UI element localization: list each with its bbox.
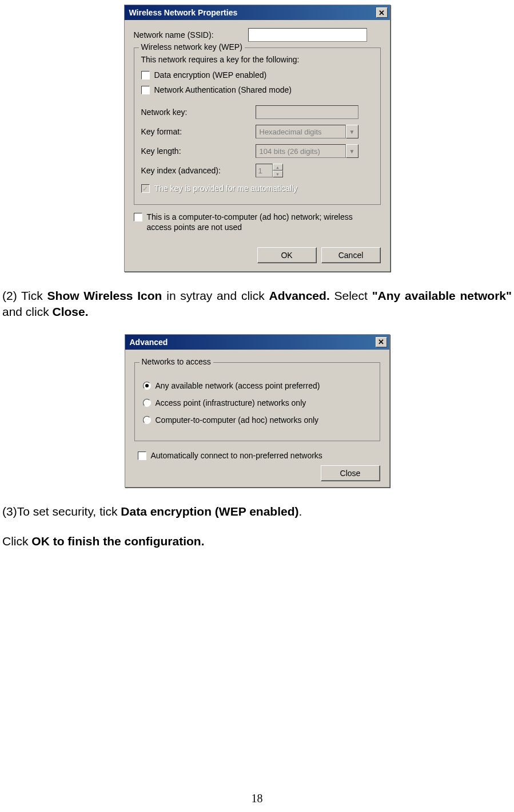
titlebar: Advanced ✕ xyxy=(125,335,389,350)
adhoc-only-radio[interactable] xyxy=(143,416,151,424)
auto-key-label: The key is provided for me automatically xyxy=(154,183,298,193)
key-index-label: Key index (advanced): xyxy=(141,166,256,175)
auto-connect-checkbox[interactable] xyxy=(138,451,146,460)
access-point-only-radio[interactable] xyxy=(143,399,151,407)
ok-button[interactable]: OK xyxy=(257,247,317,263)
key-length-label: Key length: xyxy=(141,146,256,156)
titlebar: Wireless Network Properties ✕ xyxy=(125,5,390,20)
auto-connect-label: Automatically connect to non-preferred n… xyxy=(151,450,322,461)
network-auth-checkbox[interactable] xyxy=(141,86,150,94)
chevron-down-icon: ▼ xyxy=(346,144,358,158)
network-key-input xyxy=(256,105,358,119)
page-number: 18 xyxy=(0,792,514,805)
data-encryption-label: Data encryption (WEP enabled) xyxy=(154,70,267,80)
ssid-input[interactable] xyxy=(248,28,367,42)
wep-intro-text: This network requires a key for the foll… xyxy=(141,55,373,64)
close-button[interactable]: Close xyxy=(321,465,380,481)
wep-groupbox: Wireless network key (WEP) This network … xyxy=(134,47,381,205)
ssid-label: Network name (SSID): xyxy=(134,30,248,39)
spinner-down-icon: ▼ xyxy=(273,171,283,177)
cancel-button[interactable]: Cancel xyxy=(321,247,381,263)
key-index-input: 1 xyxy=(256,164,273,177)
network-auth-label: Network Authentication (Shared mode) xyxy=(154,85,292,95)
chevron-down-icon: ▼ xyxy=(346,125,358,138)
any-network-radio[interactable] xyxy=(143,382,151,390)
network-key-label: Network key: xyxy=(141,108,256,117)
advanced-dialog: Advanced ✕ Networks to access Any availa… xyxy=(125,334,390,488)
data-encryption-checkbox[interactable] xyxy=(141,71,150,80)
dialog-title: Wireless Network Properties xyxy=(129,8,238,17)
adhoc-checkbox[interactable] xyxy=(134,213,142,221)
close-icon[interactable]: ✕ xyxy=(376,337,387,347)
spinner-up-icon: ▲ xyxy=(273,164,283,171)
final-instruction-text: Click OK to finish the configuration. xyxy=(0,533,514,549)
close-icon[interactable]: ✕ xyxy=(376,7,388,18)
adhoc-label: This is a computer-to-computer (ad hoc) … xyxy=(147,212,364,232)
key-format-label: Key format: xyxy=(141,127,256,136)
auto-key-checkbox xyxy=(141,184,150,193)
networks-access-groupbox: Networks to access Any available network… xyxy=(134,362,380,441)
step-2-text: (2) Tick Show Wireless Icon in sytray an… xyxy=(0,288,514,320)
wep-group-title: Wireless network key (WEP) xyxy=(139,42,245,52)
key-format-select: Hexadecimal digits xyxy=(256,125,346,138)
dialog-title: Advanced xyxy=(130,338,168,347)
access-point-only-label: Access point (infrastructure) networks o… xyxy=(156,398,306,407)
key-length-select: 104 bits (26 digits) xyxy=(256,144,346,158)
any-network-label: Any available network (access point pref… xyxy=(156,381,320,390)
wireless-properties-dialog: Wireless Network Properties ✕ Network na… xyxy=(124,5,391,272)
networks-access-title: Networks to access xyxy=(140,357,213,366)
step-3-text: (3)To set security, tick Data encryption… xyxy=(0,504,514,520)
adhoc-only-label: Computer-to-computer (ad hoc) networks o… xyxy=(156,415,319,425)
